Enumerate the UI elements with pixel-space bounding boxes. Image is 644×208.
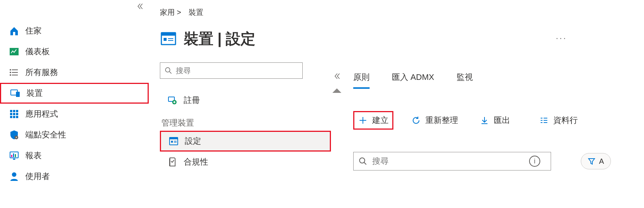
svg-point-5	[10, 69, 11, 71]
sidebar-item-reports[interactable]: 報表	[0, 145, 149, 166]
svg-rect-36	[170, 137, 178, 139]
sidebar-item-endpoint-security[interactable]: 端點安全性	[0, 124, 149, 145]
svg-rect-12	[16, 110, 18, 112]
svg-rect-13	[10, 113, 12, 115]
sidebar-item-label: 端點安全性	[25, 129, 66, 140]
svg-rect-18	[16, 116, 18, 118]
more-actions-button[interactable]: ···	[556, 33, 567, 43]
page-header: 裝置 | 設定	[160, 29, 331, 49]
tab-import-admx[interactable]: 匯入 ADMX	[392, 72, 434, 89]
sidebar-item-label: 所有服務	[25, 67, 58, 78]
content-search-input[interactable]	[372, 156, 522, 166]
svg-line-51	[364, 162, 366, 165]
svg-line-32	[170, 72, 171, 74]
sidebar-item-devices[interactable]: 裝置	[0, 83, 149, 104]
svg-rect-24	[13, 159, 15, 160]
svg-rect-9	[16, 92, 20, 97]
svg-rect-27	[161, 33, 176, 36]
sidebar-item-home[interactable]: 住家	[0, 20, 149, 41]
user-icon	[9, 171, 19, 182]
sidebar-item-label: 使用者	[25, 171, 50, 182]
settings-config-icon	[168, 136, 179, 146]
toolbar-label: 重新整理	[425, 115, 458, 126]
register-icon	[167, 95, 178, 105]
svg-rect-15	[16, 113, 18, 115]
subnav-search-input[interactable]	[176, 66, 298, 75]
subnav-item-compliance[interactable]: 合規性	[160, 152, 331, 172]
sidebar-item-label: 報表	[25, 150, 42, 161]
svg-point-6	[10, 72, 11, 73]
svg-rect-10	[10, 110, 12, 112]
svg-rect-28	[164, 38, 167, 41]
toolbar: 建立 重新整理 匯出 資料行	[353, 111, 644, 130]
svg-rect-11	[13, 110, 15, 112]
sidebar-item-apps[interactable]: 應用程式	[0, 104, 149, 124]
sidebar-item-dashboard[interactable]: 儀表板	[0, 41, 149, 62]
reports-icon	[9, 150, 19, 161]
search-icon	[359, 157, 367, 165]
tabs: 原則 匯入 ADMX 監視	[353, 72, 644, 89]
page-title: 裝置 | 設定	[184, 29, 255, 49]
svg-point-25	[12, 172, 16, 177]
sidebar-item-users[interactable]: 使用者	[0, 166, 149, 187]
tab-policy[interactable]: 原則	[353, 72, 370, 89]
subnav-item-label: 合規性	[184, 156, 208, 168]
sidebar-item-label: 裝置	[26, 88, 43, 99]
sidebar-item-label: 儀表板	[25, 46, 50, 57]
svg-rect-1	[10, 48, 19, 55]
list-icon	[9, 67, 19, 78]
download-icon	[480, 116, 489, 125]
compliance-icon	[167, 157, 178, 167]
plus-icon	[358, 116, 368, 125]
svg-point-7	[10, 74, 11, 76]
info-icon[interactable]: i	[529, 156, 540, 167]
subnav-item-settings[interactable]: 設定	[160, 131, 331, 152]
sidebar-item-all-services[interactable]: 所有服務	[0, 62, 149, 83]
subnav-search[interactable]	[160, 62, 303, 79]
svg-rect-22	[13, 153, 14, 157]
shield-icon	[9, 130, 19, 140]
refresh-button[interactable]: 重新整理	[408, 111, 462, 130]
create-button[interactable]: 建立	[353, 111, 393, 130]
subnav-item-register[interactable]: 註冊	[160, 90, 331, 111]
svg-point-50	[360, 158, 365, 163]
page-icon	[160, 30, 177, 48]
breadcrumb: 家用 > 裝置	[160, 7, 331, 17]
columns-button[interactable]: 資料行	[535, 111, 582, 130]
search-icon	[165, 67, 172, 74]
sidebar-item-label: 住家	[25, 25, 42, 36]
sub-navigation: 家用 > 裝置 裝置 | 設定 註冊 管理裝置	[149, 0, 331, 208]
dashboard-icon	[9, 46, 19, 57]
sidebar-collapse-toggle[interactable]	[137, 3, 144, 10]
sidebar-item-label: 應用程式	[25, 108, 58, 120]
filter-label: A	[599, 157, 604, 166]
svg-rect-23	[15, 154, 16, 157]
svg-rect-21	[11, 155, 12, 157]
export-button[interactable]: 匯出	[476, 111, 514, 130]
svg-rect-17	[13, 116, 15, 118]
toolbar-label: 資料行	[553, 115, 578, 126]
svg-rect-16	[10, 116, 12, 118]
subnav-item-label: 設定	[185, 136, 201, 147]
sidebar: 住家 儀表板 所有服務 裝置 應用程式	[0, 0, 149, 208]
breadcrumb-home[interactable]: 家用 >	[160, 7, 181, 17]
svg-rect-37	[171, 141, 173, 143]
content-search[interactable]: i	[353, 152, 551, 170]
apps-icon	[9, 109, 19, 119]
breadcrumb-current[interactable]: 裝置	[189, 7, 203, 17]
toolbar-label: 建立	[372, 115, 389, 126]
toolbar-label: 匯出	[494, 115, 510, 126]
svg-rect-0	[13, 32, 15, 35]
svg-point-31	[165, 68, 170, 72]
tab-monitor[interactable]: 監視	[457, 72, 473, 89]
refresh-icon	[411, 116, 421, 125]
devices-icon	[10, 88, 20, 98]
home-icon	[9, 26, 19, 36]
columns-icon	[539, 116, 549, 125]
subnav-item-label: 註冊	[184, 95, 200, 106]
filter-button[interactable]: A	[581, 153, 611, 169]
subnav-section-title: 管理裝置	[160, 117, 331, 129]
content-area: ··· 原則 匯入 ADMX 監視 建立 重新整理	[331, 0, 644, 208]
svg-rect-14	[13, 113, 15, 115]
filter-icon	[588, 157, 595, 165]
